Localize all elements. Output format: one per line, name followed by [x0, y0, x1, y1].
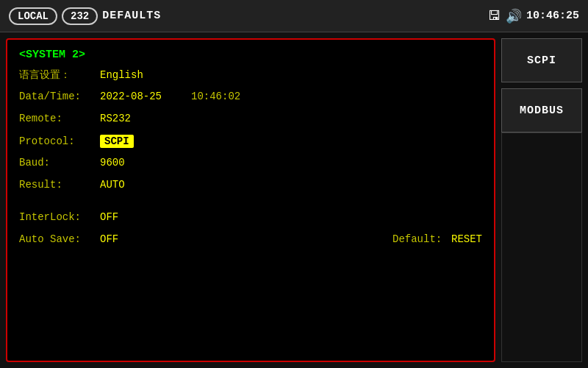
protocol-row: Protocol: SCPI [19, 135, 482, 154]
baud-label: Baud: [19, 157, 100, 169]
modbus-button[interactable]: MODBUS [501, 88, 582, 132]
system-title: <SYSTEM 2> [19, 49, 482, 61]
autosave-value: OFF [100, 233, 118, 245]
defaults-label: DEFAULTS [102, 10, 161, 22]
baud-value: 9600 [100, 157, 125, 169]
system-panel: <SYSTEM 2> 语言设置： English Data/Time: 2022… [6, 38, 495, 362]
language-row: 语言设置： English [19, 68, 482, 88]
interlock-row: InterLock: OFF [19, 211, 482, 230]
datetime-row: Data/Time: 2022-08-25 10:46:02 [19, 91, 482, 110]
date-value: 2022-08-25 [100, 91, 162, 102]
interlock-value: OFF [100, 211, 118, 223]
result-value: AUTO [100, 179, 125, 191]
remote-row: Remote: RS232 [19, 113, 482, 132]
default-label: Default: [392, 233, 451, 245]
baud-row: Baud: 9600 [19, 157, 482, 176]
scpi-button[interactable]: SCPI [501, 38, 582, 82]
num-pill[interactable]: 232 [62, 7, 98, 25]
speaker-icon: 🔊 [506, 8, 522, 24]
autosave-row: Auto Save: OFF Default: RESET [19, 233, 482, 252]
clock-display: 10:46:25 [526, 10, 579, 22]
right-panel: SCPI MODBUS [501, 38, 582, 362]
local-pill[interactable]: LOCAL [9, 7, 57, 25]
top-bar: LOCAL 232 DEFAULTS 🖫 🔊 10:46:25 [0, 0, 588, 32]
reset-value[interactable]: RESET [451, 233, 482, 245]
main-area: <SYSTEM 2> 语言设置： English Data/Time: 2022… [0, 32, 588, 368]
time-value: 10:46:02 [191, 91, 240, 102]
remote-label: Remote: [19, 113, 100, 124]
protocol-value[interactable]: SCPI [100, 135, 134, 148]
language-value: English [100, 69, 143, 81]
remote-value: RS232 [100, 113, 131, 124]
autosave-label: Auto Save: [19, 233, 100, 245]
usb-icon: 🖫 [488, 8, 501, 24]
result-row: Result: AUTO [19, 179, 482, 198]
datetime-label: Data/Time: [19, 91, 100, 102]
result-label: Result: [19, 179, 100, 191]
interlock-label: InterLock: [19, 211, 100, 223]
language-label: 语言设置： [19, 68, 100, 82]
protocol-label: Protocol: [19, 135, 100, 147]
